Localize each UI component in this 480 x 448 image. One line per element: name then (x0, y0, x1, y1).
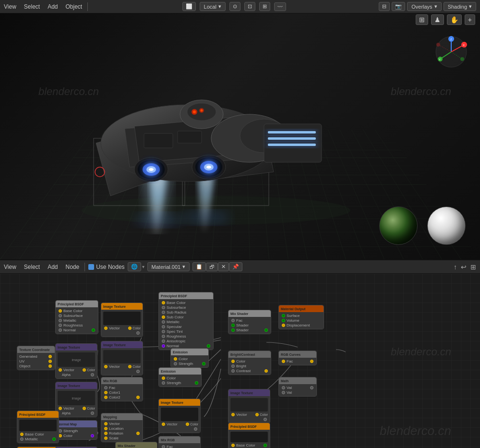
node-image-tex-b[interactable]: Image Texture image VectorColor Alpha (55, 382, 97, 417)
node-mix-bottom[interactable]: Mix Shader Fac Shader Shader (115, 442, 157, 448)
svg-point-30 (206, 166, 211, 169)
node-label: Image Texture (58, 346, 80, 349)
node-image-tex-f[interactable]: Image Texture VectorColor (228, 389, 270, 424)
shading-dropdown[interactable]: Shading ▾ (444, 2, 476, 11)
zoom-icon[interactable]: ↑ (453, 262, 458, 272)
node-label: Principled BSDF (19, 413, 46, 416)
node-principled-1[interactable]: Principled BSDF Base Color Subsurface Me… (55, 300, 98, 334)
node-menu-add[interactable]: Add (44, 262, 61, 272)
node-body: Strength Color (56, 427, 97, 439)
node-principled-main[interactable]: Principled BSDF Base Color Subsurface Su… (158, 292, 214, 350)
svg-rect-41 (144, 133, 173, 148)
node-image-tex-d[interactable]: Image Texture VectorColor (101, 341, 143, 375)
node-small-1[interactable]: RGB Curves Fac (278, 351, 317, 365)
render-icon[interactable]: ⊟ (379, 2, 390, 11)
svg-rect-36 (266, 136, 317, 141)
unlink-icon[interactable]: 🗗 (206, 263, 218, 271)
menu-view[interactable]: View (0, 1, 20, 12)
material-name: Material.001 (152, 264, 181, 270)
node-editor: View Select Add Node Use Nodes 🌐 ▾ Mater… (0, 259, 480, 448)
node-label: Mix Shader (230, 312, 248, 315)
node-body: VectorColor (159, 406, 200, 433)
nav-icon-wave[interactable]: 〰 (274, 2, 286, 11)
node-mapping[interactable]: Mapping Vector Location Rotation Scale (101, 413, 143, 442)
3d-viewport-bg: blenderco.cn blenderco.cn Z X (0, 13, 480, 259)
undo-icon[interactable]: ↩ (460, 262, 468, 272)
node-body: Color Strength (159, 375, 201, 387)
pin-icon[interactable]: 📌 (229, 262, 242, 271)
nav-icon-2[interactable]: ⊡ (244, 2, 255, 11)
menu-object[interactable]: Object (62, 1, 86, 12)
separator-2 (84, 263, 85, 271)
new-material-icon[interactable]: 📋 (192, 262, 206, 271)
node-small-2[interactable]: Math Val Val (278, 377, 317, 397)
header-center: ⬜ Local ▾ ⊙ ⊡ ⊞ 〰 (89, 2, 379, 11)
hand-icon[interactable]: ✋ (447, 14, 462, 25)
overlays-label: Overlays (411, 4, 432, 10)
nav-icon-1[interactable]: ⊙ (229, 2, 240, 11)
node-label: Principled BSDF (161, 294, 187, 298)
node-label: Emission (173, 351, 188, 354)
node-label: Principled BSDF (230, 425, 257, 428)
armature-icon[interactable]: ♟ (431, 14, 444, 25)
node-emission[interactable]: Emission Color Strength (158, 367, 202, 387)
node-body: image VectorColor Alpha (56, 351, 97, 378)
node-image-tex-c[interactable]: Image Texture VectorColor (101, 303, 143, 337)
camera-icon[interactable]: 📷 (392, 2, 405, 11)
node-label: Material Output (281, 307, 305, 311)
material-arrow: ▾ (182, 264, 185, 270)
node-body: Color Strength (171, 355, 208, 367)
use-nodes-checkbox[interactable] (88, 264, 94, 270)
node-label: RGB Curves (281, 353, 300, 356)
material-dropdown[interactable]: Material.001 ▾ (147, 262, 190, 271)
node-mix-rgb-2[interactable]: Mix RGB Fac Color1 Color2 (158, 436, 201, 448)
overlays-dropdown[interactable]: Overlays ▾ (407, 2, 441, 11)
svg-point-40 (95, 167, 105, 177)
secondary-icon-row: ⊞ ♟ ✋ + (416, 14, 475, 25)
plus-icon[interactable]: + (465, 14, 475, 25)
svg-text:Z: Z (450, 38, 452, 41)
node-bright-contrast[interactable]: Bright/Contrast Color Bright Contrast (228, 351, 271, 375)
node-emission-bottom[interactable]: Emission Color Strength (170, 348, 209, 368)
node-label: Image Texture (161, 401, 183, 404)
node-label: Normal Map (58, 423, 77, 426)
node-body: VectorColor (101, 310, 143, 337)
viewport-local-dropdown[interactable]: Local ▾ (200, 2, 226, 11)
node-label: Mix RGB (103, 379, 117, 383)
node-mix-rgb[interactable]: Mix RGB Fac Color1 Color2 (101, 377, 143, 401)
node-principled-small[interactable]: Principled BSDF Base Color (228, 423, 270, 448)
preview-spheres (379, 206, 466, 245)
use-nodes-label: Use Nodes (96, 264, 124, 270)
node-menu-view[interactable]: View (0, 262, 20, 272)
svg-point-16 (193, 110, 196, 113)
node-image-tex-e[interactable]: Image Texture VectorColor (158, 399, 201, 433)
node-menu-select[interactable]: Select (20, 262, 44, 272)
header-right: ⊟ 📷 Overlays ▾ Shading ▾ (379, 2, 480, 11)
node-mix-shader[interactable]: Mix Shader Fac Shader Shader (228, 310, 271, 334)
delete-material-icon[interactable]: ✕ (218, 262, 229, 271)
viewport-gizmo: Z X Y (434, 35, 473, 73)
material-type-icon[interactable]: 🌐 (128, 262, 141, 271)
node-body: Base Color Subsurface Metallic Roughness… (56, 307, 98, 334)
separator-1 (87, 2, 88, 11)
node-material-output[interactable]: Material Output Surface Volume Displacem… (278, 305, 324, 329)
node-principled-3[interactable]: Principled BSDF Base Color Metallic (17, 411, 59, 443)
node-tex-coord[interactable]: Texture Coordinate Generated UV Object (17, 346, 55, 370)
menu-add[interactable]: Add (44, 1, 61, 12)
node-menu-node[interactable]: Node (62, 262, 84, 272)
node-label: Texture Coordinate (19, 348, 50, 351)
menu-select[interactable]: Select (20, 1, 44, 12)
viewport-type-icon[interactable]: ⬜ (182, 2, 196, 11)
grid-view-icon[interactable]: ⊞ (416, 14, 428, 25)
node-watermark-bottom: blenderco.cn (380, 424, 451, 438)
material-preview-sphere (427, 206, 466, 245)
svg-rect-35 (266, 130, 317, 135)
node-label: Emission (161, 370, 176, 373)
redo-icon[interactable]: ⊞ (469, 262, 477, 272)
node-normal-map[interactable]: Normal Map Strength Color (55, 420, 97, 440)
top-header-bar: View Select Add Object ⬜ Local ▾ ⊙ ⊡ ⊞ 〰… (0, 0, 480, 13)
svg-rect-42 (178, 131, 202, 143)
node-label: Mix RGB (161, 438, 175, 442)
node-image-tex-a[interactable]: Image Texture image VectorColor Alpha (55, 343, 97, 379)
nav-icon-3[interactable]: ⊞ (259, 2, 270, 11)
